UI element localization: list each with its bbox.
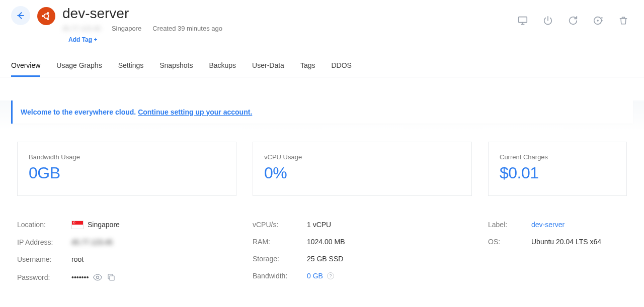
tab-usage-graphs[interactable]: Usage Graphs bbox=[56, 61, 102, 77]
tab-tags[interactable]: Tags bbox=[300, 61, 315, 77]
tab-backups[interactable]: Backups bbox=[209, 61, 236, 77]
tab-bar: Overview Usage Graphs Settings Snapshots… bbox=[0, 46, 644, 77]
svg-point-0 bbox=[44, 14, 48, 18]
svg-rect-10 bbox=[110, 276, 114, 280]
username-value: root bbox=[71, 255, 84, 263]
location-label: Location: bbox=[17, 221, 71, 229]
tab-snapshots[interactable]: Snapshots bbox=[159, 61, 193, 77]
ram-label: RAM: bbox=[253, 238, 307, 246]
svg-point-2 bbox=[47, 12, 49, 14]
bandwidth-label: Bandwidth: bbox=[253, 272, 307, 280]
bandwidth-value[interactable]: 0 GB bbox=[307, 272, 323, 280]
delete-button[interactable] bbox=[618, 15, 629, 26]
metric-bandwidth-value: 0GB bbox=[29, 164, 225, 182]
monitor-icon bbox=[517, 15, 528, 26]
ip-label: IP Address: bbox=[17, 238, 71, 246]
details-grid: Location: Singapore IP Address: 45.77.12… bbox=[0, 201, 644, 305]
copy-password-button[interactable] bbox=[107, 273, 116, 282]
banner-link[interactable]: Continue setting up your account. bbox=[138, 108, 252, 116]
server-label-label: Label: bbox=[488, 221, 531, 229]
singapore-flag-icon bbox=[71, 221, 84, 229]
power-icon bbox=[542, 15, 553, 26]
details-col-3: Label: dev-server OS: Ubuntu 20.04 LTS x… bbox=[488, 216, 627, 287]
svg-point-7 bbox=[601, 17, 603, 19]
storage-label: Storage: bbox=[253, 255, 307, 263]
details-col-1: Location: Singapore IP Address: 45.77.12… bbox=[17, 216, 236, 287]
back-button[interactable] bbox=[11, 6, 30, 25]
bandwidth-help-button[interactable]: ? bbox=[327, 272, 334, 279]
metric-vcpu-label: vCPU Usage bbox=[264, 153, 460, 161]
svg-point-6 bbox=[597, 20, 599, 22]
tab-user-data[interactable]: User-Data bbox=[252, 61, 284, 77]
tab-settings[interactable]: Settings bbox=[118, 61, 144, 77]
svg-point-9 bbox=[97, 276, 99, 278]
reveal-password-button[interactable] bbox=[93, 272, 103, 282]
metric-vcpu-value: 0% bbox=[264, 164, 460, 182]
svg-rect-4 bbox=[519, 17, 527, 23]
metrics-row: Bandwidth Usage 0GB vCPU Usage 0% Curren… bbox=[0, 124, 644, 201]
setup-banner: Welcome to the everywhere cloud. Continu… bbox=[11, 100, 633, 124]
os-logo bbox=[37, 7, 55, 25]
refresh-icon bbox=[568, 15, 579, 26]
vcpus-value: 1 vCPU bbox=[307, 221, 331, 229]
metric-charges: Current Charges $0.01 bbox=[488, 142, 627, 196]
ip-value: 45.77.123.45 bbox=[71, 238, 113, 246]
reinstall-button[interactable] bbox=[593, 15, 604, 26]
ubuntu-icon bbox=[41, 11, 52, 22]
header-created: Created 39 minutes ago bbox=[152, 25, 222, 32]
svg-point-8 bbox=[601, 20, 603, 22]
add-tag-button[interactable]: Add Tag + bbox=[68, 36, 222, 43]
copy-icon bbox=[107, 273, 116, 282]
password-label: Password: bbox=[17, 273, 71, 281]
eye-icon bbox=[93, 272, 103, 282]
svg-point-1 bbox=[42, 15, 44, 17]
details-col-2: vCPU/s: 1 vCPU RAM: 1024.00 MB Storage: … bbox=[253, 216, 472, 287]
power-button[interactable] bbox=[542, 15, 553, 26]
username-label: Username: bbox=[17, 255, 71, 263]
metric-charges-label: Current Charges bbox=[500, 153, 615, 161]
tab-ddos[interactable]: DDOS bbox=[331, 61, 351, 77]
tab-overview[interactable]: Overview bbox=[11, 61, 40, 77]
location-value: Singapore bbox=[88, 221, 120, 229]
metric-bandwidth-label: Bandwidth Usage bbox=[29, 153, 225, 161]
banner-prefix: Welcome to the everywhere cloud. bbox=[21, 108, 138, 116]
metric-charges-value: $0.01 bbox=[500, 164, 615, 182]
storage-value: 25 GB SSD bbox=[307, 255, 343, 263]
header-region: Singapore bbox=[112, 25, 141, 32]
page-header: dev-server 45.77.123.45 Singapore Create… bbox=[0, 0, 644, 46]
password-value: ••••••• bbox=[71, 273, 89, 281]
metric-bandwidth: Bandwidth Usage 0GB bbox=[17, 142, 236, 196]
arrow-left-icon bbox=[16, 11, 26, 21]
disc-icon bbox=[593, 15, 604, 26]
server-title: dev-server bbox=[62, 6, 222, 22]
trash-icon bbox=[618, 16, 628, 26]
server-label-value[interactable]: dev-server bbox=[531, 221, 565, 229]
os-value: Ubuntu 20.04 LTS x64 bbox=[531, 238, 601, 246]
restart-button[interactable] bbox=[568, 15, 579, 26]
metric-vcpu: vCPU Usage 0% bbox=[253, 142, 472, 196]
console-button[interactable] bbox=[517, 15, 528, 26]
header-actions bbox=[517, 6, 633, 26]
svg-point-3 bbox=[47, 18, 49, 20]
vcpus-label: vCPU/s: bbox=[253, 221, 307, 229]
os-label: OS: bbox=[488, 238, 531, 246]
header-ip-masked: 45.77.123.45 bbox=[62, 25, 101, 32]
ram-value: 1024.00 MB bbox=[307, 238, 345, 246]
